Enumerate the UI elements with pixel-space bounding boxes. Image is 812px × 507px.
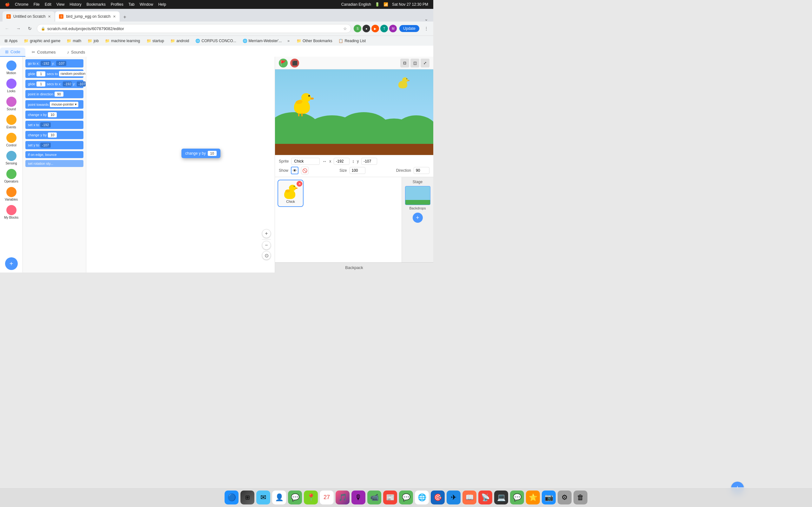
- tab-sounds[interactable]: ♪ Sounds: [62, 48, 90, 56]
- code-workspace[interactable]: change y by 10 + − ⊙: [86, 57, 275, 273]
- stage-canvas[interactable]: [275, 69, 433, 155]
- bookmark-startup[interactable]: 📁 startup: [145, 38, 166, 44]
- bookmark-math[interactable]: 📁 math: [65, 38, 83, 44]
- more-tabs-button[interactable]: ⌄: [422, 16, 431, 21]
- tab-costumes[interactable]: ✂ Costumes: [27, 48, 61, 56]
- bookmark-other[interactable]: 📁 Other Bookmarks: [295, 38, 334, 44]
- direction-input[interactable]: [414, 167, 429, 174]
- extension-icon-1[interactable]: S: [354, 25, 361, 32]
- stop-button[interactable]: ⬛: [290, 59, 299, 67]
- add-extension-button[interactable]: +: [5, 257, 18, 273]
- zoom-reset-button[interactable]: ⊙: [262, 251, 271, 260]
- bookmark-job[interactable]: 📁 job: [86, 38, 101, 44]
- block-glide2-secs[interactable]: 1: [37, 81, 45, 87]
- menu-edit[interactable]: Edit: [45, 2, 51, 7]
- stage-mini-preview[interactable]: [405, 186, 430, 205]
- bookmark-merriam[interactable]: 🌐 Merriam-Webster'...: [241, 38, 284, 44]
- category-events[interactable]: Events: [1, 113, 21, 130]
- chick-sprite[interactable]: [293, 93, 313, 114]
- block-set-y-val[interactable]: -107: [40, 143, 50, 148]
- back-button[interactable]: ←: [3, 24, 11, 33]
- menu-window[interactable]: Window: [140, 2, 153, 7]
- block-glide-xy[interactable]: glide 1 secs to x: -192 y: -107: [26, 80, 84, 88]
- block-glide-random[interactable]: glide 1 secs to random position ▾: [26, 69, 84, 78]
- floating-change-y-block[interactable]: change y by 10: [182, 149, 220, 158]
- block-change-y-val[interactable]: 10: [48, 132, 57, 137]
- bookmark-ml[interactable]: 📁 machine learning: [103, 38, 142, 44]
- category-variables[interactable]: Variables: [1, 186, 21, 203]
- block-point-towards-target[interactable]: mouse-pointer ▾: [50, 102, 78, 107]
- new-tab-button[interactable]: +: [120, 13, 129, 21]
- bookmarks-more[interactable]: »: [287, 39, 290, 43]
- bookmark-star-icon[interactable]: ☆: [343, 26, 347, 31]
- bookmark-android[interactable]: 📁 android: [168, 38, 191, 44]
- bookmark-apps[interactable]: ⊞ Apps: [3, 38, 19, 44]
- show-visible-button[interactable]: 👁: [291, 167, 299, 174]
- category-motion[interactable]: Motion: [1, 59, 21, 76]
- tab-close-2[interactable]: ✕: [113, 14, 116, 19]
- tab-code[interactable]: ⊞ Code: [0, 48, 26, 57]
- block-change-y[interactable]: change y by 10: [26, 131, 84, 139]
- category-looks[interactable]: Looks: [1, 77, 21, 94]
- block-goto-x[interactable]: -192: [41, 61, 51, 66]
- menu-help[interactable]: Help: [158, 2, 166, 7]
- menu-history[interactable]: History: [70, 2, 82, 7]
- backpack-bar[interactable]: Backpack: [275, 262, 433, 273]
- menu-tab[interactable]: Tab: [129, 2, 135, 7]
- block-glide1-secs[interactable]: 1: [37, 71, 45, 76]
- block-set-y[interactable]: set y to -107: [26, 141, 84, 149]
- sprite-name-input[interactable]: [291, 158, 320, 165]
- zoom-in-button[interactable]: +: [262, 229, 271, 238]
- stage-medium-layout-button[interactable]: ◫: [410, 59, 419, 67]
- block-point-dir[interactable]: point in direction 90: [26, 90, 84, 98]
- update-button[interactable]: Update: [399, 25, 419, 32]
- block-goto-y[interactable]: -107: [56, 61, 66, 66]
- y-coord-input[interactable]: [361, 158, 377, 165]
- stage-fullscreen-button[interactable]: ⤢: [420, 59, 429, 67]
- block-set-x[interactable]: set x to -192: [26, 121, 84, 129]
- block-change-x[interactable]: change x by 10: [26, 111, 84, 119]
- category-operators[interactable]: Operators: [1, 168, 21, 184]
- apple-menu-icon[interactable]: 🍎: [5, 2, 10, 7]
- category-control[interactable]: Control: [1, 131, 21, 148]
- block-set-x-val[interactable]: -192: [40, 122, 50, 127]
- address-bar[interactable]: 🔒 scratch.mit.edu/projects/607879082/edi…: [37, 24, 351, 33]
- size-input[interactable]: [350, 167, 365, 174]
- menu-file[interactable]: File: [34, 2, 40, 7]
- category-sound[interactable]: Sound: [1, 95, 21, 112]
- add-backdrop-button[interactable]: +: [413, 213, 423, 223]
- extension-icon-5[interactable]: M: [389, 25, 397, 32]
- block-bounce[interactable]: if on edge, bounce: [26, 151, 84, 158]
- block-goto[interactable]: go to x: -192 y: -107: [26, 59, 84, 67]
- extension-icon-4[interactable]: T: [380, 25, 388, 32]
- add-extension-icon[interactable]: +: [5, 257, 18, 270]
- floating-block-val[interactable]: 10: [208, 151, 217, 156]
- bookmark-graphic[interactable]: 📁 graphic and game: [22, 38, 62, 44]
- forward-button[interactable]: →: [14, 24, 23, 33]
- block-partial[interactable]: set rotation sty...: [26, 160, 84, 167]
- category-myblocks[interactable]: My Blocks: [1, 204, 21, 221]
- zoom-out-button[interactable]: −: [262, 241, 271, 250]
- chrome-menu-button[interactable]: ⋮: [422, 24, 431, 33]
- green-flag-button[interactable]: 🚩: [279, 59, 288, 67]
- refresh-button[interactable]: ↻: [26, 24, 34, 33]
- x-coord-input[interactable]: [334, 158, 350, 165]
- category-sensing[interactable]: Sensing: [1, 150, 21, 166]
- bookmark-corpus[interactable]: 🌐 CORPUS CONCO...: [194, 38, 238, 44]
- extension-icon-2[interactable]: ●: [362, 25, 370, 32]
- tab-scratch-bird[interactable]: S bird_jump_egg on Scratch ✕: [55, 11, 119, 21]
- menu-view[interactable]: View: [56, 2, 65, 7]
- menu-chrome[interactable]: Chrome: [15, 2, 29, 7]
- tab-close-1[interactable]: ✕: [48, 14, 51, 19]
- block-point-towards[interactable]: point towards mouse-pointer ▾: [26, 100, 84, 109]
- menu-profiles[interactable]: Profiles: [111, 2, 123, 7]
- extension-icon-3[interactable]: ▶: [371, 25, 379, 32]
- menu-bookmarks[interactable]: Bookmarks: [87, 2, 106, 7]
- show-hidden-button[interactable]: 🚫: [301, 167, 309, 174]
- bookmark-reading-list[interactable]: 📋 Reading List: [337, 38, 368, 44]
- stage-small-layout-button[interactable]: ⊡: [400, 59, 409, 67]
- tab-scratch-untitled[interactable]: S Untitled on Scratch ✕: [3, 11, 55, 21]
- block-glide2-y[interactable]: -107: [77, 81, 86, 87]
- block-change-x-val[interactable]: 10: [48, 112, 57, 117]
- block-glide2-x[interactable]: -192: [63, 81, 72, 87]
